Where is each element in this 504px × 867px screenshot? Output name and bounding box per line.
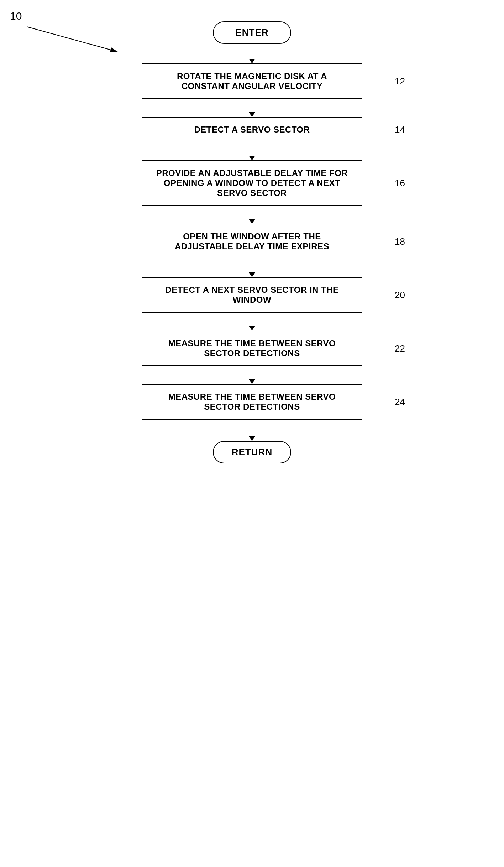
flowchart-diagram: 10 ENTER ROTATE THE MAGNETIC DISK AT A C… [0,0,504,867]
connector-7 [251,420,253,441]
connector-3 [251,206,253,224]
step-20-label: 20 [395,290,405,301]
enter-terminal: ENTER [213,21,291,44]
step-14-box: DETECT A SERVO SECTOR [142,117,362,142]
step-24-box: MEASURE THE TIME BETWEEN SERVO SECTOR DE… [142,384,362,420]
enter-terminal-wrapper: ENTER [127,21,377,44]
connector-6 [251,366,253,384]
connector-0 [251,44,253,63]
step-12-box: ROTATE THE MAGNETIC DISK AT A CONSTANT A… [142,63,362,99]
connector-1 [251,99,253,117]
connector-4 [251,259,253,277]
connector-5 [251,313,253,331]
flow-column: ENTER ROTATE THE MAGNETIC DISK AT A CONS… [127,21,377,463]
step-18-box: OPEN THE WINDOW AFTER THE ADJUSTABLE DEL… [142,224,362,259]
step-12-wrapper: ROTATE THE MAGNETIC DISK AT A CONSTANT A… [127,63,377,99]
step-22-label: 22 [395,343,405,354]
connector-2 [251,142,253,160]
step-16-label: 16 [395,178,405,189]
svg-line-0 [27,27,117,52]
step-22-wrapper: MEASURE THE TIME BETWEEN SERVO SECTOR DE… [127,331,377,366]
step-22-box: MEASURE THE TIME BETWEEN SERVO SECTOR DE… [142,331,362,366]
step-14-label: 14 [395,124,405,135]
step-20-box: DETECT A NEXT SERVO SECTOR IN THE WINDOW [142,277,362,313]
step-24-label: 24 [395,396,405,407]
step-14-wrapper: DETECT A SERVO SECTOR 14 [127,117,377,142]
step-16-wrapper: PROVIDE AN ADJUSTABLE DELAY TIME FOR OPE… [127,160,377,206]
step-24-wrapper: MEASURE THE TIME BETWEEN SERVO SECTOR DE… [127,384,377,420]
step-20-wrapper: DETECT A NEXT SERVO SECTOR IN THE WINDOW… [127,277,377,313]
return-terminal-wrapper: RETURN [127,441,377,463]
step-16-box: PROVIDE AN ADJUSTABLE DELAY TIME FOR OPE… [142,160,362,206]
step-18-wrapper: OPEN THE WINDOW AFTER THE ADJUSTABLE DEL… [127,224,377,259]
diagram-id-label: 10 [10,10,22,22]
return-terminal: RETURN [213,441,291,463]
step-18-label: 18 [395,236,405,247]
step-12-label: 12 [395,76,405,87]
